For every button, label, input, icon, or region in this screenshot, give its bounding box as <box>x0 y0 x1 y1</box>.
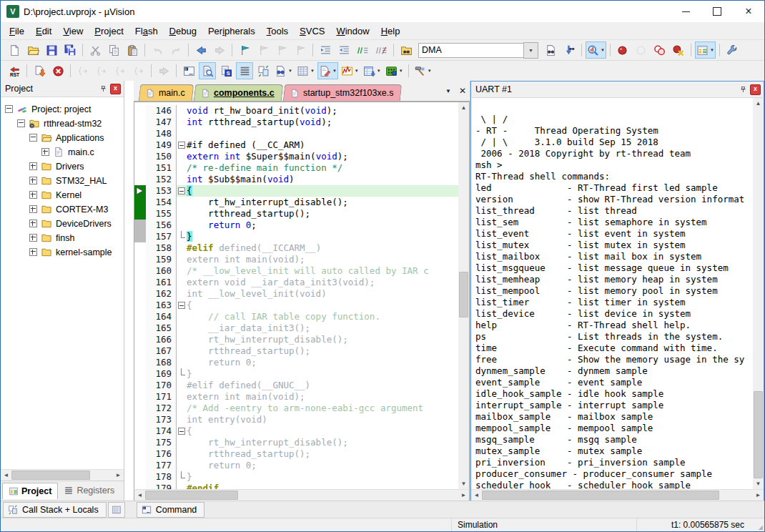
menu-svcs[interactable]: SVCS <box>294 24 330 38</box>
tree-expander-icon[interactable] <box>29 177 37 184</box>
dropdown-arrow-icon[interactable]: ▼ <box>332 69 337 73</box>
memory-window-button[interactable] <box>108 502 125 518</box>
menu-flash[interactable]: Flash <box>129 24 164 38</box>
scroll-thumb[interactable] <box>145 491 238 500</box>
tree-item-project-project[interactable]: Project: project <box>1 102 124 116</box>
scroll-left-icon[interactable]: ◄ <box>134 490 145 501</box>
menu-help[interactable]: Help <box>375 24 406 38</box>
pin-icon[interactable] <box>98 84 108 94</box>
menu-file[interactable]: File <box>4 24 30 38</box>
system-viewer-button[interactable]: ▼ <box>362 62 382 79</box>
cut-button[interactable] <box>87 41 104 59</box>
fold-marker-icon[interactable] <box>177 368 187 380</box>
scroll-right-icon[interactable]: ► <box>458 490 469 501</box>
tree-item-finsh[interactable]: finsh <box>1 230 124 245</box>
scroll-down-icon[interactable]: ▼ <box>458 478 469 489</box>
tree-item-kernel[interactable]: Kernel <box>1 187 124 202</box>
tab-list-dropdown-icon[interactable]: ▼ <box>441 88 455 94</box>
uart-terminal[interactable]: \ | /- RT - Thread Operating System / | … <box>471 98 753 489</box>
symbol-window-button[interactable] <box>217 62 235 79</box>
project-hscrollbar[interactable]: ◄ ► <box>1 469 124 481</box>
minimize-button[interactable] <box>670 1 701 22</box>
maximize-button[interactable] <box>701 1 733 22</box>
start-stop-debug-button[interactable]: ▼ <box>586 41 606 59</box>
memory-window-button[interactable]: ▼ <box>295 62 316 79</box>
editor-tab-main-c[interactable]: main.c <box>139 84 194 101</box>
scroll-up-icon[interactable]: ▲ <box>753 98 764 109</box>
scroll-left-icon[interactable]: ◄ <box>1 470 11 481</box>
comment-selection-button[interactable] <box>354 41 371 59</box>
editor-hscrollbar[interactable]: ◄ ► <box>134 489 470 501</box>
fold-marker-icon[interactable] <box>177 139 187 151</box>
workspace-tab-registers[interactable]: Registers <box>58 483 120 498</box>
scroll-thumb[interactable] <box>754 391 763 478</box>
project-panel-close-icon[interactable]: x <box>110 84 121 94</box>
dropdown-arrow-icon[interactable]: ▼ <box>710 48 714 52</box>
scroll-thumb[interactable] <box>482 491 719 500</box>
scroll-right-icon[interactable]: ► <box>113 470 124 481</box>
find-in-files-button[interactable] <box>398 41 415 59</box>
save-all-button[interactable] <box>61 41 79 59</box>
window-layout-button[interactable]: ▼ <box>695 41 716 59</box>
dropdown-arrow-icon[interactable]: ▼ <box>355 69 359 73</box>
uart-panel-close-icon[interactable]: x <box>750 84 761 95</box>
run-button[interactable] <box>31 62 48 79</box>
menu-tools[interactable]: Tools <box>261 24 294 38</box>
new-file-button[interactable] <box>6 41 23 59</box>
tree-item-applications[interactable]: Applications <box>1 130 124 144</box>
editor-vscrollbar[interactable]: ▲ ▼ <box>458 102 469 489</box>
tree-item-main-c[interactable]: main.c <box>1 144 124 159</box>
workspace-tab-project[interactable]: Project <box>2 483 58 499</box>
tree-expander-icon[interactable] <box>29 205 37 213</box>
menu-window[interactable]: Window <box>330 24 375 38</box>
scroll-down-icon[interactable]: ▼ <box>753 478 764 489</box>
reset-cpu-button[interactable] <box>6 62 23 79</box>
tree-item-drivers[interactable]: Drivers <box>1 159 124 173</box>
tree-expander-icon[interactable] <box>5 105 13 113</box>
scroll-thumb[interactable] <box>459 272 468 317</box>
dropdown-arrow-icon[interactable]: ▼ <box>601 48 605 52</box>
vertical-splitter[interactable] <box>124 81 134 501</box>
navigate-back-button[interactable] <box>192 41 209 59</box>
command-tab[interactable]: Command <box>137 502 205 518</box>
code-editor[interactable]: 146void rt_hw_board_init(void);147int rt… <box>134 102 458 489</box>
debug-settings-button[interactable]: ▼ <box>413 62 433 79</box>
configure-target-button[interactable] <box>724 41 741 59</box>
find-text-input[interactable] <box>418 43 523 58</box>
toolbox-button[interactable]: ▼ <box>384 62 405 79</box>
indent-button[interactable] <box>317 41 334 59</box>
menu-edit[interactable]: Edit <box>30 24 57 38</box>
enable-disable-breakpoints-button[interactable] <box>651 41 668 59</box>
close-button[interactable]: × <box>733 1 764 22</box>
save-button[interactable] <box>43 41 60 59</box>
editor-close-icon[interactable]: ✕ <box>455 86 470 96</box>
tree-expander-icon[interactable] <box>29 162 37 170</box>
menu-project[interactable]: Project <box>89 24 129 38</box>
insert-breakpoint-button[interactable] <box>614 41 631 59</box>
fold-marker-icon[interactable] <box>177 471 187 483</box>
tree-expander-icon[interactable] <box>29 248 37 256</box>
fold-marker-icon[interactable] <box>177 231 187 242</box>
pin-icon[interactable] <box>738 84 748 94</box>
callstack-locals-tab[interactable]: Call Stack + Locals <box>3 502 107 518</box>
kill-all-breakpoints-button[interactable] <box>670 41 687 59</box>
uncomment-selection-button[interactable] <box>372 41 390 59</box>
copy-button[interactable] <box>105 41 122 59</box>
tree-item-rtthread-stm32[interactable]: rtthread-stm32 <box>1 116 124 130</box>
fold-marker-icon[interactable] <box>177 185 187 197</box>
dropdown-arrow-icon[interactable]: ▼ <box>377 69 381 73</box>
tree-expander-icon[interactable] <box>29 234 37 242</box>
uart-hscrollbar[interactable]: ◄ ► <box>471 489 764 501</box>
scroll-right-icon[interactable]: ► <box>753 490 764 501</box>
incremental-find-button[interactable] <box>561 41 578 59</box>
tree-expander-icon[interactable] <box>17 119 25 127</box>
tree-item-devicedrivers[interactable]: DeviceDrivers <box>1 216 124 230</box>
editor-tab-components-c[interactable]: components.c <box>194 84 283 101</box>
tree-item-cortex-m3[interactable]: CORTEX-M3 <box>1 202 124 216</box>
editor-tab-startup-stm32f103xe-s[interactable]: startup_stm32f103xe.s <box>282 84 402 101</box>
scroll-left-icon[interactable]: ◄ <box>471 490 482 501</box>
insert-bookmark-button[interactable] <box>236 41 253 59</box>
uart-vscrollbar[interactable]: ▲ ▼ <box>753 98 764 489</box>
analysis-window-button[interactable]: ▼ <box>340 62 360 79</box>
registers-window-button[interactable] <box>236 62 253 79</box>
